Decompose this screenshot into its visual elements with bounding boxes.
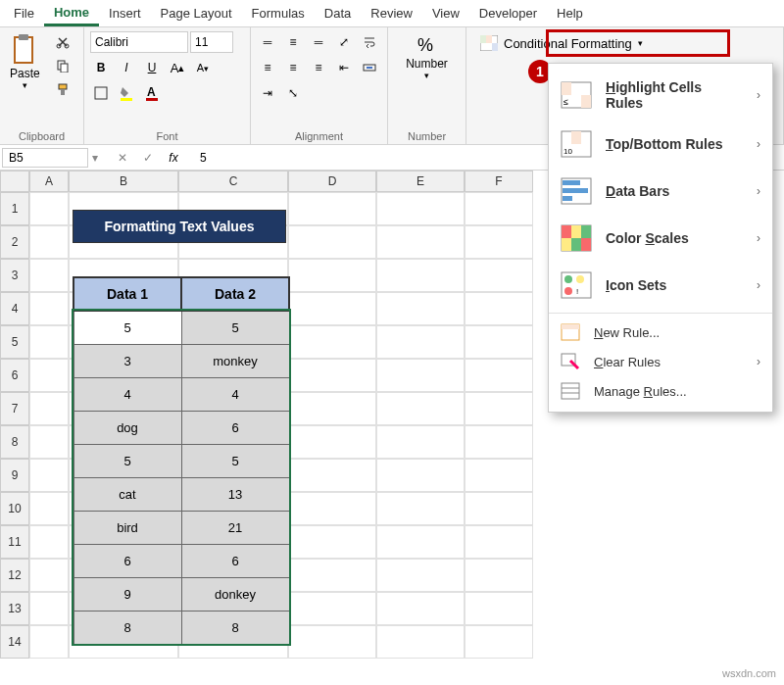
- table-cell[interactable]: 4: [74, 377, 181, 411]
- cell-D2[interactable]: [288, 225, 376, 259]
- cell-A13[interactable]: [29, 592, 69, 625]
- align-middle-button[interactable]: ≡: [282, 31, 304, 53]
- cell-E7[interactable]: [376, 392, 465, 425]
- tab-file[interactable]: File: [4, 2, 44, 24]
- cell-E9[interactable]: [376, 459, 465, 492]
- cell-A9[interactable]: [29, 459, 69, 492]
- menu-data-bars[interactable]: Data Bars ›: [549, 168, 772, 215]
- cell-F9[interactable]: [465, 459, 533, 492]
- fill-color-button[interactable]: [116, 82, 137, 104]
- paste-button[interactable]: Paste ▾: [6, 31, 44, 128]
- cell-A5[interactable]: [29, 325, 69, 359]
- cell-F4[interactable]: [465, 292, 533, 325]
- header-data2[interactable]: Data 2: [181, 277, 289, 311]
- cell-F5[interactable]: [465, 325, 533, 359]
- col-header-f[interactable]: F: [465, 171, 533, 192]
- table-cell[interactable]: 5: [74, 311, 181, 344]
- tab-view[interactable]: View: [422, 2, 469, 24]
- row-header-12[interactable]: 12: [0, 559, 29, 592]
- font-name-select[interactable]: [90, 31, 188, 53]
- table-cell[interactable]: 21: [181, 511, 289, 544]
- fx-button[interactable]: fx: [163, 147, 184, 169]
- row-header-1[interactable]: 1: [0, 192, 29, 225]
- table-cell[interactable]: 8: [74, 611, 181, 644]
- cell-E14[interactable]: [376, 625, 465, 659]
- row-header-3[interactable]: 3: [0, 259, 29, 292]
- col-header-b[interactable]: B: [69, 171, 178, 192]
- row-header-14[interactable]: 14: [0, 625, 29, 659]
- align-center-button[interactable]: ≡: [282, 57, 304, 78]
- cell-A3[interactable]: [29, 259, 69, 292]
- menu-clear-rules[interactable]: Clear Rules ›: [549, 347, 772, 376]
- cell-D6[interactable]: [288, 359, 376, 392]
- table-cell[interactable]: 3: [74, 344, 181, 377]
- font-grow-button[interactable]: A▴: [167, 57, 188, 78]
- cell-D5[interactable]: [288, 325, 376, 359]
- cell-E4[interactable]: [376, 292, 465, 325]
- row-header-5[interactable]: 5: [0, 325, 29, 359]
- table-cell[interactable]: 13: [181, 477, 289, 511]
- align-top-button[interactable]: ═: [257, 31, 278, 53]
- cell-A2[interactable]: [29, 225, 69, 259]
- cell-A7[interactable]: [29, 392, 69, 425]
- table-cell[interactable]: 5: [181, 311, 289, 344]
- tab-review[interactable]: Review: [361, 2, 422, 24]
- cell-E12[interactable]: [376, 559, 465, 592]
- font-shrink-button[interactable]: A▾: [192, 57, 214, 78]
- cell-A14[interactable]: [29, 625, 69, 659]
- merge-button[interactable]: [359, 57, 380, 78]
- menu-manage-rules[interactable]: Manage Rules...: [549, 376, 772, 406]
- cell-E1[interactable]: [376, 192, 465, 225]
- cell-A11[interactable]: [29, 525, 69, 559]
- cell-F2[interactable]: [465, 225, 533, 259]
- tab-developer[interactable]: Developer: [469, 2, 547, 24]
- cell-F11[interactable]: [465, 525, 533, 559]
- cell-E2[interactable]: [376, 225, 465, 259]
- cell-D14[interactable]: [288, 625, 376, 659]
- tab-insert[interactable]: Insert: [99, 2, 151, 24]
- cell-D7[interactable]: [288, 392, 376, 425]
- col-header-d[interactable]: D: [288, 171, 376, 192]
- menu-new-rule[interactable]: New Rule...: [549, 318, 772, 347]
- cell-E6[interactable]: [376, 359, 465, 392]
- row-header-4[interactable]: 4: [0, 292, 29, 325]
- cell-F3[interactable]: [465, 259, 533, 292]
- cell-A12[interactable]: [29, 559, 69, 592]
- align-right-button[interactable]: ≡: [308, 57, 329, 78]
- tab-formulas[interactable]: Formulas: [242, 2, 315, 24]
- table-cell[interactable]: 8: [181, 611, 289, 644]
- tab-page-layout[interactable]: Page Layout: [151, 2, 242, 24]
- table-cell[interactable]: cat: [74, 477, 181, 511]
- cell-D1[interactable]: [288, 192, 376, 225]
- format-painter-button[interactable]: [52, 78, 74, 100]
- table-cell[interactable]: donkey: [181, 577, 289, 611]
- cell-F10[interactable]: [465, 492, 533, 525]
- font-size-select[interactable]: [190, 31, 233, 53]
- table-cell[interactable]: 5: [181, 444, 289, 477]
- table-cell[interactable]: monkey: [181, 344, 289, 377]
- cell-F13[interactable]: [465, 592, 533, 625]
- cut-button[interactable]: [52, 31, 74, 53]
- cell-F7[interactable]: [465, 392, 533, 425]
- col-header-e[interactable]: E: [376, 171, 465, 192]
- cell-E8[interactable]: [376, 425, 465, 459]
- border-button[interactable]: [90, 82, 112, 104]
- cancel-formula-button[interactable]: ✕: [112, 147, 133, 169]
- align-bottom-button[interactable]: ═: [308, 31, 329, 53]
- row-header-10[interactable]: 10: [0, 492, 29, 525]
- tab-help[interactable]: Help: [547, 2, 593, 24]
- indent-dec-button[interactable]: ⇤: [333, 57, 355, 78]
- orient2-button[interactable]: ⤡: [282, 82, 304, 104]
- wrap-text-button[interactable]: [359, 31, 380, 53]
- cell-A4[interactable]: [29, 292, 69, 325]
- row-header-9[interactable]: 9: [0, 459, 29, 492]
- menu-icon-sets[interactable]: ! Icon Sets ›: [549, 262, 772, 309]
- table-cell[interactable]: 9: [74, 577, 181, 611]
- cell-F8[interactable]: [465, 425, 533, 459]
- name-box[interactable]: [2, 148, 88, 168]
- cell-E13[interactable]: [376, 592, 465, 625]
- tab-home[interactable]: Home: [44, 1, 99, 26]
- cell-D9[interactable]: [288, 459, 376, 492]
- table-cell[interactable]: 6: [181, 411, 289, 444]
- table-cell[interactable]: 6: [181, 544, 289, 577]
